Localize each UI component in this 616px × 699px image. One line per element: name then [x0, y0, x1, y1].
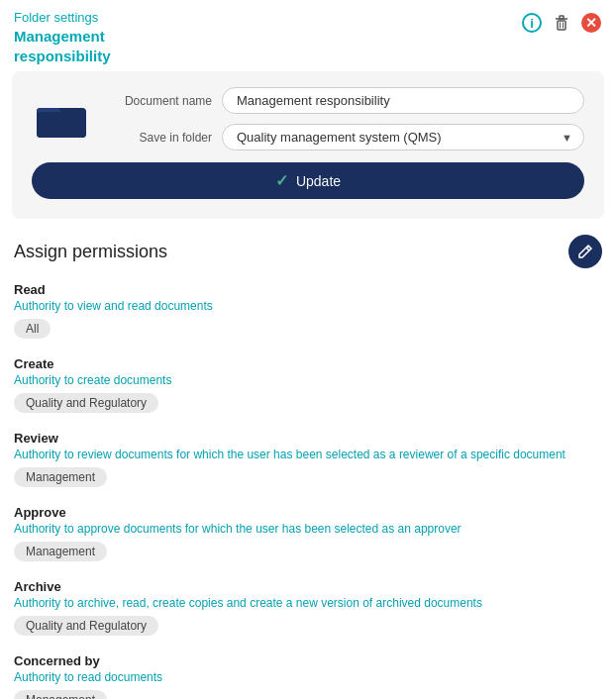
permission-archive-desc: Authority to archive, read, create copie…: [14, 596, 602, 610]
info-icon: i: [522, 13, 542, 33]
update-button-label: Update: [296, 173, 341, 189]
folder-icon: [37, 98, 86, 140]
permission-concerned-by-desc: Authority to read documents: [14, 670, 602, 684]
document-name-input[interactable]: [222, 87, 584, 114]
svg-rect-7: [37, 112, 86, 138]
document-name-label: Document name: [103, 94, 212, 108]
trash-icon: [552, 13, 571, 33]
permission-read-desc: Authority to view and read documents: [14, 299, 602, 313]
permission-group-concerned-by: Concerned by Authority to read documents…: [14, 653, 602, 699]
top-bar: Folder settings Managementresponsibility…: [0, 0, 616, 71]
svg-rect-2: [560, 16, 564, 19]
save-in-folder-select[interactable]: Quality management system (QMS): [222, 124, 584, 150]
permissions-header: Assign permissions: [14, 235, 602, 268]
permission-group-approve: Approve Authority to approve documents f…: [14, 505, 602, 565]
permission-archive-name: Archive: [14, 579, 602, 594]
permission-review-name: Review: [14, 431, 602, 446]
permissions-section: Assign permissions Read Authority to vie…: [0, 235, 616, 699]
top-icons: i ✕: [521, 12, 602, 34]
permission-create-desc: Authority to create documents: [14, 373, 602, 387]
trash-icon-button[interactable]: [551, 12, 572, 34]
permission-group-create: Create Authority to create documents Qua…: [14, 356, 602, 417]
permission-concerned-by-name: Concerned by: [14, 653, 602, 668]
permission-create-tag-0: Quality and Regulatory: [14, 393, 158, 413]
form-main-row: Document name Save in folder Quality man…: [32, 87, 584, 150]
close-icon-button[interactable]: ✕: [580, 12, 602, 34]
permission-approve-desc: Authority to approve documents for which…: [14, 522, 602, 536]
document-name-row: Document name: [103, 87, 584, 114]
checkmark-icon: ✓: [275, 171, 288, 190]
save-in-folder-label: Save in folder: [103, 131, 212, 145]
top-bar-left: Folder settings Managementresponsibility: [14, 10, 111, 65]
form-card: Document name Save in folder Quality man…: [12, 71, 604, 219]
form-fields: Document name Save in folder Quality man…: [103, 87, 584, 150]
folder-settings-link[interactable]: Folder settings: [14, 10, 98, 25]
svg-rect-0: [558, 21, 565, 30]
permission-read-tag-0: All: [14, 319, 51, 339]
folder-icon-area: [32, 98, 91, 140]
save-in-folder-row: Save in folder Quality management system…: [103, 124, 584, 150]
permission-approve-tag-0: Management: [14, 542, 107, 561]
page-title: Managementresponsibility: [14, 27, 111, 65]
permission-group-review: Review Authority to review documents for…: [14, 431, 602, 491]
permissions-title: Assign permissions: [14, 242, 167, 262]
close-icon: ✕: [581, 13, 601, 33]
permission-concerned-by-tag-0: Management: [14, 690, 107, 699]
permission-archive-tag-0: Quality and Regulatory: [14, 616, 158, 636]
permission-group-read: Read Authority to view and read document…: [14, 282, 602, 343]
edit-permissions-button[interactable]: [568, 235, 602, 268]
save-in-folder-wrapper: Quality management system (QMS) ▼: [222, 124, 584, 150]
permission-review-tag-0: Management: [14, 467, 107, 487]
info-icon-button[interactable]: i: [521, 12, 543, 34]
pencil-icon: [577, 244, 593, 259]
update-button[interactable]: ✓ Update: [32, 162, 584, 199]
permission-approve-name: Approve: [14, 505, 602, 520]
permission-read-name: Read: [14, 282, 602, 297]
permission-review-desc: Authority to review documents for which …: [14, 448, 602, 461]
permission-create-name: Create: [14, 356, 602, 371]
permission-group-archive: Archive Authority to archive, read, crea…: [14, 579, 602, 640]
